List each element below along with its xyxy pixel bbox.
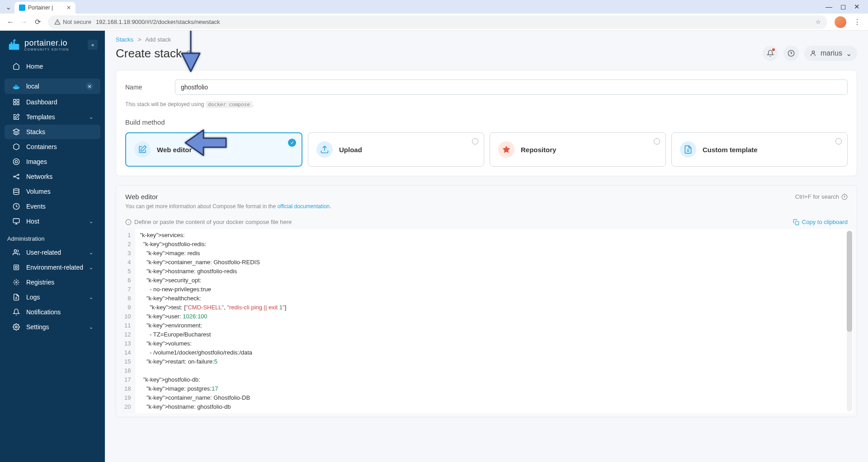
breadcrumb-current: Add stack <box>145 36 171 43</box>
settings-icon <box>12 323 21 331</box>
info-icon <box>125 219 132 225</box>
logo: portainer.io COMMUNITY EDITION « <box>0 34 105 59</box>
nav-dashboard[interactable]: Dashboard <box>5 95 100 109</box>
help-icon[interactable] <box>841 194 848 200</box>
page-header: Create stack ⟳ marius ⌄ <box>105 43 868 70</box>
name-label: Name <box>125 84 175 91</box>
nav-networks[interactable]: Networks <box>5 169 100 184</box>
deploy-note: This stack will be deployed using docker… <box>125 101 848 107</box>
maximize-icon[interactable]: ◻ <box>840 3 846 11</box>
breadcrumb-root[interactable]: Stacks <box>116 36 133 43</box>
users-icon <box>12 249 21 256</box>
url-text: 192.168.1.18:9000/#!/2/docker/stacks/new… <box>96 19 220 25</box>
images-icon <box>12 158 21 165</box>
nav-notifications[interactable]: Notifications <box>5 305 100 319</box>
copy-to-clipboard-button[interactable]: Copy to clipboard <box>793 219 848 225</box>
radio-indicator <box>654 138 660 145</box>
docs-link[interactable]: official documentation <box>277 203 330 210</box>
user-menu[interactable]: marius ⌄ <box>804 46 857 61</box>
chevron-down-icon: ⌄ <box>89 219 93 224</box>
forward-button[interactable]: → <box>17 18 31 26</box>
stack-name-input[interactable] <box>175 79 848 95</box>
bell-icon <box>767 50 774 57</box>
security-badge[interactable]: Not secure <box>54 19 91 25</box>
containers-icon <box>12 143 21 150</box>
chevron-down-icon: ⌄ <box>89 250 93 256</box>
chevron-down-icon: ⌄ <box>89 265 93 271</box>
code-editor[interactable]: 1234567891011121314151617181920 "k-key">… <box>120 229 853 413</box>
tab-title: Portainer | <box>28 5 53 11</box>
nav-templates[interactable]: Templates⌄ <box>5 110 100 124</box>
admin-section-label: Administration <box>0 229 105 245</box>
svg-rect-6 <box>14 103 16 105</box>
build-method-repo[interactable]: Repository <box>490 132 666 167</box>
svg-point-9 <box>15 160 17 163</box>
svg-rect-17 <box>14 265 19 270</box>
env-close-icon[interactable]: ✕ <box>86 83 93 90</box>
svg-point-22 <box>812 51 814 53</box>
svg-point-13 <box>14 188 19 190</box>
editor-scrollbar-thumb[interactable] <box>847 231 852 332</box>
sidebar: portainer.io COMMUNITY EDITION « Home lo… <box>0 31 105 462</box>
nav-logs[interactable]: Logs⌄ <box>5 290 100 304</box>
profile-avatar[interactable] <box>835 16 846 28</box>
brand-name: portainer.io <box>24 38 69 48</box>
chevron-down-icon: ⌄ <box>89 114 93 120</box>
radio-indicator <box>835 138 842 145</box>
back-button[interactable]: ← <box>4 18 17 26</box>
svg-rect-2 <box>13 42 15 44</box>
chevron-down-icon: ⌄ <box>89 294 93 300</box>
nav-environment-related[interactable]: Environment-related⌄ <box>5 260 100 275</box>
minimize-icon[interactable]: — <box>826 3 832 11</box>
reload-button[interactable]: ⟳ <box>31 18 44 26</box>
portainer-logo-icon <box>7 38 21 51</box>
svg-point-16 <box>14 250 16 252</box>
editor-placeholder-hint: Define or paste the content of your dock… <box>125 219 292 225</box>
nav-registries[interactable]: Registries <box>5 275 100 289</box>
nav-volumes[interactable]: Volumes <box>5 184 100 199</box>
nav-environment[interactable]: local ✕ <box>5 79 100 94</box>
nav-events[interactable]: Events <box>5 199 100 214</box>
volumes-icon <box>12 188 21 195</box>
build-method-custom[interactable]: Custom template <box>671 132 848 167</box>
host-icon <box>12 218 21 225</box>
svg-point-10 <box>14 176 15 177</box>
nav-host[interactable]: Host⌄ <box>5 214 100 229</box>
browser-menu-icon[interactable]: ⋮ <box>850 18 864 26</box>
build-method-upload[interactable]: Upload <box>308 132 484 167</box>
nav-stacks[interactable]: Stacks <box>5 125 100 139</box>
page-title: Create stack <box>116 47 182 61</box>
sidebar-collapse-button[interactable]: « <box>88 40 98 50</box>
browser-tab[interactable]: Portainer | ✕ <box>14 2 75 14</box>
registries-icon <box>12 279 21 286</box>
notifications-button[interactable] <box>763 46 778 61</box>
svg-rect-15 <box>13 219 19 223</box>
tab-close-icon[interactable]: ✕ <box>66 5 71 11</box>
build-method-label: Build method <box>125 118 848 126</box>
close-window-icon[interactable]: ✕ <box>854 3 860 11</box>
notif-icon <box>12 308 21 316</box>
browser-tab-strip: ⌄ Portainer | ✕ — ◻ ✕ <box>0 0 868 14</box>
help-button[interactable] <box>783 46 799 61</box>
nav-containers[interactable]: Containers <box>5 140 100 154</box>
nav-settings[interactable]: Settings⌄ <box>5 320 100 334</box>
chevron-down-icon: ⌄ <box>89 324 93 330</box>
chevron-down-icon: ⌄ <box>846 49 852 58</box>
svg-rect-18 <box>15 266 17 268</box>
brand-edition: COMMUNITY EDITION <box>24 48 69 51</box>
warning-icon <box>54 19 61 25</box>
address-bar[interactable]: Not secure 192.168.1.18:9000/#!/2/docker… <box>48 15 827 29</box>
nav-images[interactable]: Images <box>5 154 100 169</box>
home-icon <box>12 63 21 70</box>
nav-home[interactable]: Home <box>5 59 100 74</box>
svg-rect-1 <box>11 42 13 44</box>
svg-rect-25 <box>795 221 799 225</box>
svg-point-19 <box>16 282 17 283</box>
dashboard-icon <box>12 98 21 106</box>
tabs-dropdown-icon[interactable]: ⌄ <box>4 3 13 11</box>
radio-indicator: ✓ <box>288 139 296 147</box>
svg-point-21 <box>788 50 794 56</box>
events-icon <box>12 203 21 210</box>
nav-user-related[interactable]: User-related⌄ <box>5 245 100 260</box>
bookmark-icon[interactable]: ☆ <box>816 19 821 25</box>
